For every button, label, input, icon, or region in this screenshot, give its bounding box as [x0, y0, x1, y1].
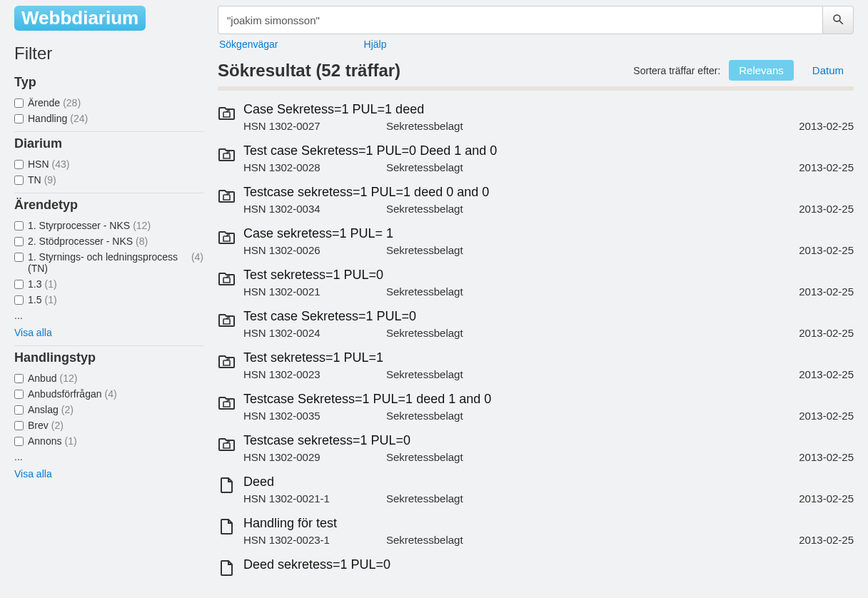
- search-shortcuts-link[interactable]: Sökgenvägar: [219, 39, 278, 50]
- result-item[interactable]: Testcase Sekretess=1 PUL=1 deed 1 and 0H…: [218, 387, 854, 429]
- facet-count: (1): [64, 435, 76, 447]
- facet-checkbox[interactable]: [14, 160, 24, 169]
- result-status: Sekretessbelagt: [386, 492, 775, 505]
- facet-label: Annons: [28, 435, 61, 447]
- result-status: Sekretessbelagt: [386, 285, 775, 298]
- result-date: 2013-02-25: [775, 120, 854, 132]
- facet-item[interactable]: Ärende(28): [14, 97, 203, 108]
- result-item[interactable]: Deed sekretess=1 PUL=0: [218, 553, 854, 587]
- search-button[interactable]: [822, 6, 854, 34]
- result-item[interactable]: Testcase sekretess=1 PUL=1 deed 0 and 0H…: [218, 181, 854, 222]
- facet-item[interactable]: 1. Styrnings- och ledningsprocess (TN)(4…: [14, 251, 203, 274]
- result-id: HSN 1302-0026: [243, 244, 386, 256]
- result-id: HSN 1302-0027: [243, 120, 386, 132]
- result-title: Testcase sekretess=1 PUL=0: [243, 433, 854, 448]
- facet-show-all[interactable]: Visa alla: [14, 468, 52, 480]
- facet-item[interactable]: HSN(43): [14, 158, 203, 170]
- facet-checkbox[interactable]: [14, 221, 24, 230]
- facet-checkbox[interactable]: [14, 405, 24, 415]
- result-item[interactable]: Handling för testHSN 1302-0023-1Sekretes…: [218, 512, 854, 553]
- facet-checkbox[interactable]: [14, 374, 24, 383]
- filter-group-title: Handlingstyp: [14, 350, 203, 365]
- sort-date[interactable]: Datum: [802, 60, 854, 81]
- result-item[interactable]: Case sekretess=1 PUL= 1HSN 1302-0026Sekr…: [218, 222, 854, 263]
- case-folder-icon: [218, 226, 243, 248]
- result-item[interactable]: DeedHSN 1302-0021-1Sekretessbelagt2013-0…: [218, 470, 854, 512]
- result-date: 2013-02-25: [775, 203, 854, 215]
- sort-relevance[interactable]: Relevans: [729, 60, 794, 81]
- result-date: 2013-02-25: [775, 534, 854, 546]
- facet-item[interactable]: Handling(24): [14, 113, 203, 124]
- result-title: Handling för test: [243, 516, 854, 531]
- result-title: Test case Sekretess=1 PUL=0 Deed 1 and 0: [243, 143, 854, 158]
- facet-count: (9): [44, 174, 56, 186]
- facet-label: HSN: [28, 158, 49, 170]
- result-date: 2013-02-25: [775, 244, 854, 256]
- facet-item[interactable]: Anbudsförfrågan(4): [14, 388, 203, 400]
- document-icon: [218, 557, 243, 579]
- result-id: HSN 1302-0029: [243, 451, 386, 463]
- facet-count: (43): [52, 158, 70, 170]
- filter-group-diarium: DiariumHSN(43)TN(9): [14, 131, 203, 186]
- help-link[interactable]: Hjälp: [364, 39, 387, 50]
- facet-count: (1): [44, 278, 56, 290]
- facet-checkbox[interactable]: [14, 437, 24, 446]
- result-title: Testcase Sekretess=1 PUL=1 deed 1 and 0: [243, 392, 854, 407]
- facet-count: (12): [59, 373, 77, 384]
- filter-group-handlingstyp: HandlingstypAnbud(12)Anbudsförfrågan(4)A…: [14, 345, 203, 480]
- facet-item[interactable]: 1.3(1): [14, 278, 203, 290]
- result-status: Sekretessbelagt: [386, 161, 775, 173]
- facet-item[interactable]: Anslag(2): [14, 404, 203, 415]
- result-status: Sekretessbelagt: [386, 410, 775, 422]
- facet-show-all[interactable]: Visa alla: [14, 327, 52, 338]
- facet-label: TN: [28, 174, 41, 186]
- facet-label: Anbud: [28, 373, 56, 384]
- facet-item[interactable]: Annons(1): [14, 435, 203, 447]
- facet-checkbox[interactable]: [14, 98, 24, 108]
- filter-group-title: Diarium: [14, 136, 203, 151]
- result-item[interactable]: Test sekretess=1 PUL=1HSN 1302-0023Sekre…: [218, 346, 854, 387]
- facet-item[interactable]: Anbud(12): [14, 373, 203, 384]
- facet-checkbox[interactable]: [14, 253, 24, 262]
- facet-checkbox[interactable]: [14, 295, 24, 305]
- result-item[interactable]: Test case Sekretess=1 PUL=0 Deed 1 and 0…: [218, 139, 854, 181]
- result-item[interactable]: Case Sekretess=1 PUL=1 deedHSN 1302-0027…: [218, 98, 854, 139]
- facet-checkbox[interactable]: [14, 421, 24, 430]
- result-id: HSN 1302-0021-1: [243, 492, 386, 505]
- case-folder-icon: [218, 268, 243, 290]
- facet-checkbox[interactable]: [14, 237, 24, 246]
- facet-more-ellipsis: ...: [14, 310, 203, 321]
- facet-item[interactable]: 1.5(1): [14, 294, 203, 305]
- facet-label: Anbudsförfrågan: [28, 388, 102, 400]
- result-status: Sekretessbelagt: [386, 534, 775, 546]
- results-title: Sökresultat (52 träffar): [218, 61, 400, 81]
- result-item[interactable]: Testcase sekretess=1 PUL=0HSN 1302-0029S…: [218, 429, 854, 470]
- result-item[interactable]: Test sekretess=1 PUL=0HSN 1302-0021Sekre…: [218, 263, 854, 305]
- filter-group-title: Typ: [14, 75, 203, 90]
- facet-item[interactable]: 1. Styrprocesser - NKS(12): [14, 220, 203, 231]
- facet-count: (2): [61, 404, 74, 415]
- facet-checkbox[interactable]: [14, 114, 24, 123]
- search-input[interactable]: [218, 6, 822, 34]
- facet-item[interactable]: 2. Stödprocesser - NKS(8): [14, 235, 203, 247]
- result-id: HSN 1302-0035: [243, 410, 386, 422]
- result-status: Sekretessbelagt: [386, 120, 775, 132]
- facet-checkbox[interactable]: [14, 390, 24, 399]
- result-status: Sekretessbelagt: [386, 203, 775, 215]
- facet-checkbox[interactable]: [14, 280, 24, 289]
- result-date: 2013-02-25: [775, 368, 854, 380]
- result-date: 2013-02-25: [775, 327, 854, 339]
- result-id: HSN 1302-0024: [243, 327, 386, 339]
- result-title: Test sekretess=1 PUL=1: [243, 350, 854, 365]
- facet-checkbox[interactable]: [14, 176, 24, 185]
- result-date: 2013-02-25: [775, 285, 854, 298]
- result-status: Sekretessbelagt: [386, 451, 775, 463]
- facet-label: 1. Styrprocesser - NKS: [28, 220, 130, 231]
- facet-item[interactable]: TN(9): [14, 174, 203, 186]
- facet-label: Ärende: [28, 97, 60, 108]
- facet-count: (4): [191, 251, 203, 263]
- case-folder-icon: [218, 185, 243, 207]
- case-folder-icon: [218, 309, 243, 331]
- facet-item[interactable]: Brev(2): [14, 420, 203, 431]
- result-item[interactable]: Test case Sekretess=1 PUL=0HSN 1302-0024…: [218, 305, 854, 346]
